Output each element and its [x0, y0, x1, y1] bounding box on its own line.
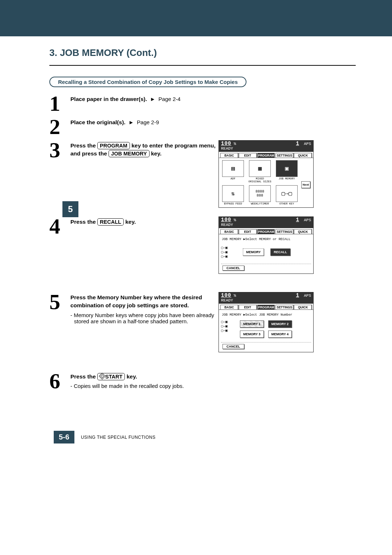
- l: JOB MEMORY: [275, 177, 299, 180]
- lcd-message: JOB MEMORY ▶Select JOB MEMORY Number: [222, 313, 311, 317]
- section-title: 3. JOB MEMORY (Cont.): [49, 47, 356, 58]
- memory-button[interactable]: MEMORY: [243, 248, 264, 256]
- step-4-row: 4 Press the RECALL key. 100 % READY 1 AP…: [36, 216, 356, 292]
- memory-3-button[interactable]: MEMORY 3: [240, 331, 264, 338]
- page-content: 3. JOB MEMORY (Cont.) Recalling a Stored…: [0, 36, 392, 458]
- page-number: 5-6: [54, 431, 74, 443]
- top-banner: [0, 0, 392, 36]
- copy-count: 1: [296, 141, 299, 146]
- t: key.: [124, 219, 136, 225]
- lcd-screen-program: 100 % READY 1 APS BASIC EDIT PROGRAM SET…: [219, 140, 314, 208]
- memory-2-button[interactable]: MEMORY 2: [268, 320, 292, 328]
- lcd-header: 100 % READY 1 APS: [219, 141, 313, 152]
- recall-key: RECALL: [97, 218, 124, 226]
- t: Press the: [70, 373, 97, 380]
- job-memory-icon[interactable]: ▣: [276, 160, 298, 177]
- step-1-ref: Page 2-4: [159, 96, 181, 102]
- tab-program[interactable]: PROGRAM: [257, 305, 275, 309]
- lcd-tabs: BASIC EDIT PROGRAM SETTINGS QUICK: [219, 228, 313, 234]
- cancel-button[interactable]: CANCEL: [222, 344, 244, 349]
- step-2-row: 2 Place the original(s). ► Page 2-9: [36, 117, 356, 140]
- t: JOB MEMORY ▶: [222, 238, 245, 241]
- subtitle-pill: Recalling a Stored Combination of Copy J…: [49, 77, 246, 87]
- l: MIXED ORIGINAL SIZES: [248, 177, 272, 183]
- t: Select MEMORY or RECALL: [245, 238, 290, 241]
- tab-basic[interactable]: BASIC: [220, 153, 238, 158]
- tab-settings[interactable]: SETTINGS: [275, 305, 293, 309]
- aps-label: APS: [304, 293, 311, 298]
- start-diamond-icon: [99, 373, 105, 379]
- cancel-button[interactable]: CANCEL: [222, 266, 244, 271]
- lcd-header: 100 % READY 1 APS: [219, 217, 313, 228]
- mixed-sizes-icon[interactable]: ▦: [249, 160, 271, 177]
- memory-4-button[interactable]: MEMORY 4: [268, 331, 292, 338]
- step-5-bold: Press the Memory Number key where the de…: [70, 294, 202, 308]
- lcd-tabs: BASIC EDIT PROGRAM SETTINGS QUICK: [219, 152, 313, 158]
- lcd-screen-memnum: 100 % READY 1 APS BASIC EDIT PROGRAM SET…: [219, 292, 314, 352]
- t: Press the: [70, 142, 97, 149]
- lcd-header: 100 % READY 1 APS: [219, 292, 313, 304]
- tab-quick[interactable]: QUICK: [294, 229, 312, 234]
- t: Press the: [70, 219, 97, 225]
- l: BYPASS FEED: [221, 202, 245, 205]
- step-1-text: Place paper in the drawer(s). ► Page 2-4: [70, 95, 226, 103]
- step-3-text: Press the PROGRAM key to enter the progr…: [70, 142, 226, 158]
- step-4-number: 4: [49, 216, 67, 236]
- pct: %: [234, 293, 236, 298]
- aps-label: APS: [304, 218, 311, 222]
- l: WEEKLYTIMER: [248, 202, 272, 205]
- ready-status: READY: [221, 298, 233, 303]
- step-3-row: 3 Press the PROGRAM key to enter the pro…: [36, 140, 356, 216]
- program-key: PROGRAM: [97, 142, 130, 149]
- ready-status: READY: [221, 223, 233, 227]
- rule: [49, 65, 356, 66]
- tab-quick[interactable]: QUICK: [294, 153, 312, 158]
- copy-count: 1: [296, 292, 299, 298]
- memory-1-button[interactable]: MEMORY 1: [240, 320, 264, 328]
- l: OTHER KEY: [275, 202, 299, 205]
- step-2-number: 2: [49, 117, 67, 137]
- step-5-number: 5: [49, 292, 67, 312]
- tab-program[interactable]: PROGRAM: [257, 229, 275, 234]
- adf-icon[interactable]: ▤: [222, 160, 244, 177]
- tab-basic[interactable]: BASIC: [220, 305, 238, 309]
- tab-edit[interactable]: EDIT: [239, 153, 257, 158]
- tab-edit[interactable]: EDIT: [239, 229, 257, 234]
- step-1-row: 1 Place paper in the drawer(s). ► Page 2…: [36, 94, 356, 117]
- weekly-timer-icon[interactable]: 8888888: [249, 185, 271, 202]
- zoom-value: 100: [221, 292, 231, 298]
- tab-edit[interactable]: EDIT: [239, 305, 257, 309]
- l: ADF: [221, 177, 245, 180]
- lcd-body: JOB MEMORY ▶Select JOB MEMORY Number ▢→▣…: [219, 310, 313, 352]
- step-5-row: 5 Press the Memory Number key where the …: [36, 292, 356, 368]
- step-6-row: 6 Press the START key. Copies will be ma…: [36, 371, 356, 394]
- tab-basic[interactable]: BASIC: [220, 229, 238, 234]
- step-2-bold: Place the original(s).: [70, 119, 126, 125]
- recall-button[interactable]: RECALL: [270, 248, 290, 256]
- zoom-value: 100: [221, 141, 231, 146]
- page-footer: 5-6 USING THE SPECIAL FUNCTIONS: [54, 431, 356, 443]
- tab-settings[interactable]: SETTINGS: [275, 153, 293, 158]
- step-3-number: 3: [49, 140, 67, 160]
- memory-sheets-icon: ▢→▣▢→▣▢→▣: [221, 245, 236, 259]
- start-label: START: [105, 374, 122, 380]
- zoom-value: 100: [221, 217, 231, 223]
- tab-quick[interactable]: QUICK: [294, 305, 312, 309]
- lcd-tabs: BASIC EDIT PROGRAM SETTINGS QUICK: [219, 304, 313, 310]
- step-6-note: Copies will be made in the recalled copy…: [70, 383, 226, 389]
- tab-settings[interactable]: SETTINGS: [275, 229, 293, 234]
- bypass-feed-icon[interactable]: ⇅: [222, 185, 244, 202]
- chapter-tab: 5: [62, 201, 78, 217]
- step-5-note: Memory Number keys where copy jobs have …: [70, 312, 226, 324]
- tab-program[interactable]: PROGRAM: [257, 153, 275, 158]
- step-4-text: Press the RECALL key.: [70, 218, 226, 226]
- step-2-text: Place the original(s). ► Page 2-9: [70, 118, 226, 126]
- other-key-icon[interactable]: ▢→▢: [276, 185, 298, 202]
- footer-text: USING THE SPECIAL FUNCTIONS: [81, 435, 156, 440]
- arrow-icon: ►: [150, 95, 155, 103]
- memory-sheets-icon: ▢→▣▢→▣▢→▣: [221, 319, 236, 333]
- step-1-number: 1: [49, 94, 67, 113]
- t: JOB MEMORY ▶: [222, 313, 245, 317]
- next-button[interactable]: Next: [301, 181, 310, 188]
- aps-label: APS: [304, 142, 311, 146]
